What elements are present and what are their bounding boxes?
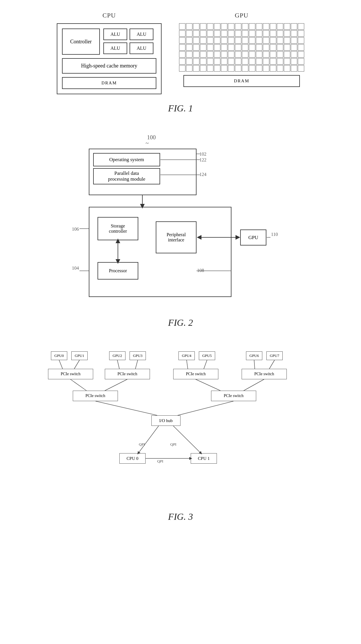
gpu-cell-1-17 (298, 30, 304, 37)
gpu-cell-2-17 (298, 37, 304, 44)
alu-box-3: ALU (130, 42, 153, 54)
gpu-cell-5-14 (277, 58, 283, 65)
gpu-cell-5-16 (291, 58, 297, 65)
gpu-cell-6-3 (200, 65, 206, 72)
gpu-cell-6-7 (228, 65, 234, 72)
fig2-section: 100 ~ Operating system Parallel data pro… (17, 131, 344, 337)
gpu-cell-0-7 (228, 23, 234, 30)
gpu-grid-container (179, 23, 304, 72)
gpu-cell-4-0 (179, 51, 185, 58)
fig3-diagram: GPU0 GPU1 GPU2 GPU3 GPU4 GPU5 GPU6 GPU7 … (42, 346, 319, 508)
gpu-cell-6-5 (214, 65, 220, 72)
gpu-cell-6-6 (221, 65, 227, 72)
gpu-cell-0-0 (179, 23, 185, 30)
box-peripheral: Peripheral interface (156, 221, 197, 253)
svg-line-14 (187, 360, 188, 369)
fig2-label: FIG. 2 (168, 317, 193, 328)
gpu-cell-4-4 (207, 51, 213, 58)
gpu-cell-1-9 (242, 30, 248, 37)
svg-line-16 (254, 360, 255, 369)
cpu-box: Controller ALU ALU ALU (57, 23, 162, 94)
controller-box: Controller (62, 29, 100, 55)
qpi-label-0: QPI (139, 442, 145, 447)
gpu-cell-1-0 (179, 30, 185, 37)
gpu-cell-5-7 (228, 58, 234, 65)
gpu-cell-6-0 (179, 65, 185, 72)
gpu-node-3: GPU3 (130, 351, 146, 360)
box-124: Parallel data processing module (93, 168, 160, 184)
fig2-diagram: 100 ~ Operating system Parallel data pro… (71, 134, 290, 314)
box-122: Operating system (93, 153, 160, 166)
gpu-cell-3-17 (298, 44, 304, 51)
gpu-cell-3-7 (228, 44, 234, 51)
gpu-cell-4-9 (242, 51, 248, 58)
alu-box-1: ALU (130, 29, 153, 40)
gpu-cell-1-2 (193, 30, 199, 37)
cpu-top-row: Controller ALU ALU ALU (62, 29, 156, 55)
gpu-node-5: GPU5 (199, 351, 215, 360)
gpu-node-2: GPU2 (109, 351, 125, 360)
svg-line-25 (173, 426, 201, 453)
gpu-cell-4-16 (291, 51, 297, 58)
qpi-label-2: QPI (157, 459, 163, 464)
gpu-cell-3-9 (242, 44, 248, 51)
gpu-cell-4-3 (200, 51, 206, 58)
gpu-cell-2-8 (235, 37, 241, 44)
ref-110: 110 (271, 232, 278, 237)
gpu-cell-5-0 (179, 58, 185, 65)
gpu-cell-0-13 (270, 23, 276, 30)
gpu-cell-4-10 (249, 51, 255, 58)
gpu-cell-0-17 (298, 23, 304, 30)
gpu-cell-6-2 (193, 65, 199, 72)
gpu-grid-row-4 (179, 51, 304, 58)
gpu-cell-0-5 (214, 23, 220, 30)
gpu-cell-2-2 (193, 37, 199, 44)
gpu-cell-3-13 (270, 44, 276, 51)
gpu-node-6: GPU6 (246, 351, 262, 360)
gpu-cell-0-8 (235, 23, 241, 30)
gpu-grid-row-5 (179, 58, 304, 65)
alu-box-0: ALU (103, 29, 127, 40)
gpu-cell-1-16 (291, 30, 297, 37)
gpu-cell-6-17 (298, 65, 304, 72)
gpu-cell-2-0 (179, 37, 185, 44)
gpu-cell-5-9 (242, 58, 248, 65)
gpu-cell-1-6 (221, 30, 227, 37)
gpu-cell-3-8 (235, 44, 241, 51)
gpu-cell-4-7 (228, 51, 234, 58)
gpu-cell-3-1 (186, 44, 192, 51)
gpu-cell-3-16 (291, 44, 297, 51)
svg-line-18 (70, 379, 86, 391)
gpu-cell-0-10 (249, 23, 255, 30)
gpu-cell-2-14 (277, 37, 283, 44)
gpu-label: GPU (235, 12, 248, 19)
box-storage: Storage controller (98, 217, 138, 240)
gpu-cell-6-8 (235, 65, 241, 72)
gpu-cell-6-12 (263, 65, 269, 72)
gpu-node-7: GPU7 (266, 351, 283, 360)
gpu-cell-2-11 (256, 37, 262, 44)
gpu-cell-6-11 (256, 65, 262, 72)
gpu-cell-2-1 (186, 37, 192, 44)
gpu-cell-2-15 (284, 37, 290, 44)
cpu0-box: CPU 0 (119, 453, 146, 464)
svg-line-15 (204, 360, 207, 369)
gpu-cell-0-2 (193, 23, 199, 30)
ref-num-102: 102 (199, 152, 206, 157)
gpu-section: GPU DRAM (179, 12, 304, 87)
gpu-cell-5-4 (207, 58, 213, 65)
svg-line-17 (269, 360, 275, 369)
gpu-cell-1-8 (235, 30, 241, 37)
svg-line-12 (117, 360, 119, 369)
fig3-section: GPU0 GPU1 GPU2 GPU3 GPU4 GPU5 GPU6 GPU7 … (17, 346, 344, 531)
gpu-grid-row-1 (179, 30, 304, 37)
box-gpu-fig2: GPU (240, 230, 266, 245)
gpu-cell-5-10 (249, 58, 255, 65)
gpu-cell-2-5 (214, 37, 220, 44)
gpu-cell-5-1 (186, 58, 192, 65)
svg-line-23 (178, 401, 233, 415)
dram-cpu-box: DRAM (62, 77, 156, 89)
gpu-cell-0-9 (242, 23, 248, 30)
fig1-section: CPU Controller ALU ALU (17, 12, 344, 122)
alu-grid: ALU ALU ALU ALU (103, 29, 153, 54)
